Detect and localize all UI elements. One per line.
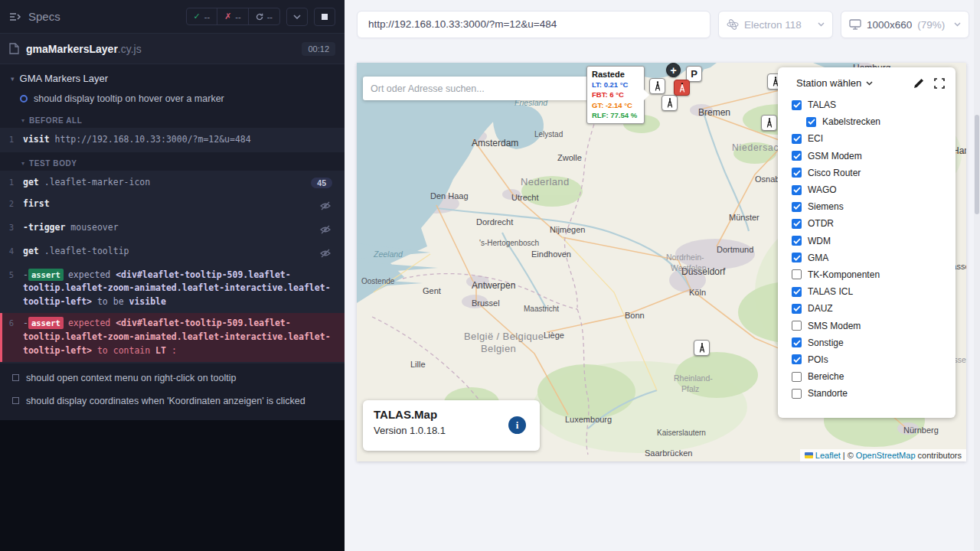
browser-selector[interactable]: Electron 118 [718, 11, 833, 38]
layer-item[interactable]: SMS Modem [792, 317, 945, 334]
assert-text: visible [129, 296, 165, 307]
caret-down-icon: ▾ [21, 117, 24, 124]
layer-item[interactable]: OTDR [792, 215, 945, 232]
checkbox-checked[interactable] [792, 354, 802, 364]
url-bar[interactable]: http://192.168.10.33:3000/?m=12&u=484 [357, 11, 710, 38]
command-row[interactable]: 2first [0, 194, 345, 217]
attribution-separator: | © [843, 451, 854, 460]
app-under-test: HamburgBremenNiedersachsenHannoverGronin… [357, 63, 966, 461]
specs-list-icon[interactable] [9, 11, 21, 22]
checkbox-checked[interactable] [792, 253, 802, 262]
layer-item[interactable]: ECI [792, 130, 945, 147]
pending-test-row[interactable]: should open context menu on right-click … [0, 367, 345, 390]
viewport-selector[interactable]: 1000x660 (79%) [841, 11, 969, 38]
checkbox-checked[interactable] [792, 100, 802, 110]
checkbox-checked[interactable] [806, 117, 816, 127]
command-number: 3 [0, 221, 23, 234]
command-row[interactable]: 1visit http://192.168.10.33:3000/?m=12&u… [0, 129, 345, 151]
expand-icon[interactable] [934, 78, 945, 89]
page-scrollbar[interactable] [974, 0, 980, 551]
layer-item[interactable]: TK-Komponenten [792, 266, 945, 283]
layer-item[interactable]: WAGO [792, 181, 945, 198]
checkbox-checked[interactable] [792, 304, 802, 314]
station-marker-active-icon[interactable] [674, 80, 690, 96]
command-name: first [23, 198, 50, 209]
layer-label: GMA [808, 253, 828, 263]
command-row[interactable]: 4get .leaflet-tooltip [0, 241, 345, 265]
layer-item[interactable]: POIs [792, 351, 945, 368]
command-row[interactable]: 6-assertexpected <div#leaflet-tooltip-50… [0, 313, 345, 361]
command-name: get [23, 177, 39, 187]
layer-item[interactable]: Siemens [792, 198, 945, 215]
search-input[interactable] [363, 83, 595, 94]
checkbox-unchecked[interactable] [792, 321, 802, 331]
checkbox-checked[interactable] [792, 202, 802, 212]
checkbox-unchecked[interactable] [792, 269, 802, 279]
station-marker-icon[interactable] [694, 340, 710, 356]
osm-link[interactable]: OpenStreetMap [856, 451, 916, 460]
spec-file-row[interactable]: gmaMarkersLayer.cy.js 00:12 [0, 34, 345, 64]
station-marker-icon[interactable] [649, 78, 665, 94]
layer-item[interactable]: GMA [792, 249, 945, 266]
command-number: 5 [0, 269, 23, 282]
chevron-down-icon[interactable] [866, 81, 873, 86]
leaflet-link[interactable]: Leaflet [815, 451, 841, 460]
caret-down-icon: ▾ [11, 75, 15, 83]
info-icon[interactable]: i [508, 416, 526, 434]
station-checklist: TALASKabelstreckenECIGSM ModemCisco Rout… [792, 96, 945, 402]
checkbox-checked[interactable] [792, 219, 802, 229]
before-all-hook[interactable]: ▾ BEFORE ALL [0, 109, 345, 128]
layer-item[interactable]: Bereiche [792, 368, 945, 385]
command-row[interactable]: 3-trigger mouseover [0, 217, 345, 241]
pending-test-row[interactable]: should display coordinates when 'Koordin… [0, 390, 345, 412]
stat-passed: ✓-- [187, 8, 218, 24]
hidden-eye-icon [320, 223, 331, 237]
checkbox-checked[interactable] [792, 134, 802, 144]
command-message: visit http://192.168.10.33:3000/?m=12&u=… [23, 133, 338, 147]
checkbox-unchecked[interactable] [792, 389, 802, 399]
station-dropdown[interactable]: Station wählen [796, 77, 861, 89]
test-body-label: TEST BODY [29, 159, 77, 168]
layer-label: SMS Modem [808, 321, 861, 331]
scrollbar-thumb[interactable] [975, 115, 979, 214]
layer-item[interactable]: Standorte [792, 385, 945, 402]
station-marker-icon[interactable] [761, 115, 777, 131]
pending-test-icon [12, 374, 19, 381]
layer-item[interactable]: WDM [792, 233, 945, 249]
command-row[interactable]: 5-assertexpected <div#leaflet-tooltip-50… [0, 265, 345, 313]
checkbox-checked[interactable] [792, 337, 802, 347]
layer-item[interactable]: Sonstige [792, 334, 945, 351]
checkbox-checked[interactable] [792, 168, 802, 178]
command-name: visit [23, 134, 50, 145]
active-test-row[interactable]: should display tooltip on hover over a m… [0, 90, 345, 109]
layer-label: TALAS ICL [808, 286, 853, 297]
layer-label: Bereiche [808, 371, 844, 382]
layer-item[interactable]: Kabelstrecken [806, 113, 945, 130]
test-body-hook[interactable]: ▾ TEST BODY [0, 152, 345, 171]
suite-row[interactable]: ▾ GMA Markers Layer [0, 64, 345, 90]
layer-item[interactable]: TALAS ICL [792, 283, 945, 300]
station-panel: Station wählen TALASKabelstreckenECIGSM … [778, 67, 956, 418]
layer-item[interactable]: Cisco Router [792, 165, 945, 181]
app-stage: http://192.168.10.33:3000/?m=12&u=484 El… [345, 0, 980, 551]
command-message: first [23, 197, 315, 211]
checkbox-checked[interactable] [792, 151, 802, 161]
leaflet-tooltip[interactable]: Rastede LT: 0.21 °CFBT: 6 °CGT: -2.14 °C… [586, 66, 645, 124]
layer-item[interactable]: GSM Modem [792, 148, 945, 165]
station-marker-icon[interactable] [662, 95, 678, 111]
collapse-all-button[interactable] [286, 8, 308, 26]
stop-button[interactable] [314, 8, 335, 26]
command-row[interactable]: 1get .leaflet-marker-icon45 [0, 172, 345, 194]
checkbox-checked[interactable] [792, 185, 802, 195]
layer-label: DAUZ [808, 303, 833, 314]
pending-test-icon [12, 397, 19, 404]
assert-text: expected [68, 269, 116, 280]
edit-pencil-icon[interactable] [913, 78, 924, 89]
test-stats: ✓-- ✗-- -- [186, 8, 280, 25]
checkbox-unchecked[interactable] [792, 372, 802, 382]
checkbox-checked[interactable] [792, 236, 802, 246]
plus-marker-icon[interactable]: + [666, 63, 681, 77]
layer-item[interactable]: TALAS [792, 96, 945, 113]
layer-item[interactable]: DAUZ [792, 300, 945, 317]
checkbox-checked[interactable] [792, 287, 802, 297]
